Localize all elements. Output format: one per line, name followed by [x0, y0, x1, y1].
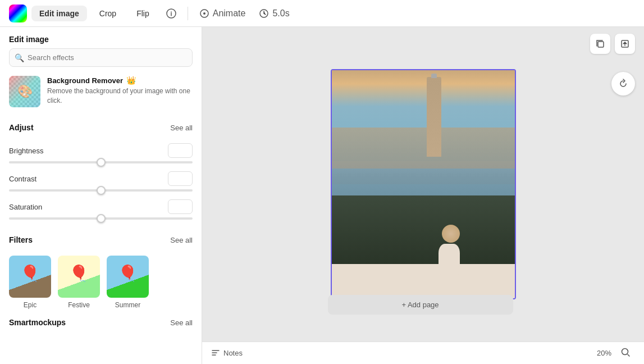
flip-btn[interactable]: Flip [129, 6, 157, 21]
filters-title: Filters [9, 235, 33, 244]
clock-icon [259, 8, 269, 19]
smartmockups-title: Smartmockups [9, 318, 66, 327]
filter-epic-thumb: 🎈 [9, 256, 51, 298]
contrast-input[interactable]: 0 [168, 171, 193, 186]
search-icon: 🔍 [15, 53, 24, 62]
animate-icon [199, 8, 209, 19]
copy-btn[interactable] [590, 34, 610, 54]
brightness-label: Brightness [9, 147, 43, 155]
adjust-controls: Brightness 0 Contrast 0 Saturation [0, 143, 202, 220]
crown-icon: 👑 [126, 76, 136, 85]
bg-remover-icon: 🎨 [9, 76, 40, 107]
saturation-label: Saturation [9, 203, 42, 211]
ground-layer [332, 195, 515, 264]
bg-remover-desc: Remove the background of your image with… [47, 87, 193, 106]
saturation-track [9, 217, 193, 220]
filter-festive[interactable]: 🎈 Festive [58, 256, 100, 309]
saturation-input[interactable]: 0 [168, 199, 193, 214]
saturation-row: Saturation 0 [9, 199, 193, 214]
balloon-icon: 🎈 [20, 264, 40, 283]
left-panel: Edit image 🔍 🎨 Background Remover 👑 Remo… [0, 27, 202, 364]
bg-remover-title: Background Remover 👑 [47, 76, 193, 85]
filters-section: 🎈 Epic 🎈 Festive 🎈 Summer [0, 256, 202, 309]
saturation-thumb[interactable] [97, 214, 106, 223]
rotate-icon [618, 79, 628, 89]
canvas-area: + Add page Notes 20% [202, 27, 644, 364]
filters-row: 🎈 Epic 🎈 Festive 🎈 Summer [9, 256, 193, 309]
export-icon [620, 39, 629, 48]
duration-label: 5.0s [272, 8, 289, 19]
filter-festive-label: Festive [68, 301, 90, 309]
contrast-row: Contrast 0 [9, 171, 193, 186]
person-head [442, 225, 460, 243]
notes-btn[interactable]: Notes [211, 349, 243, 358]
bg-remover-text: Background Remover 👑 Remove the backgrou… [47, 76, 193, 106]
bg-remover-card[interactable]: 🎨 Background Remover 👑 Remove the backgr… [9, 76, 193, 107]
zoom-level: 20% [597, 349, 611, 357]
add-page-btn[interactable]: + Add page [328, 295, 513, 315]
info-btn[interactable] [162, 6, 181, 21]
filter-summer-label: Summer [115, 301, 140, 309]
contrast-label: Contrast [9, 175, 36, 183]
animate-label: Animate [213, 8, 246, 19]
add-page-container: + Add page [328, 295, 519, 315]
animate-btn[interactable]: Animate [195, 6, 250, 21]
contrast-slider[interactable] [9, 189, 193, 192]
zoom-controls: 20% [597, 345, 635, 361]
brightness-input[interactable]: 0 [168, 143, 193, 158]
filter-summer-thumb: 🎈 [107, 256, 149, 298]
zoom-out-btn[interactable] [616, 345, 635, 361]
svg-rect-4 [598, 42, 604, 47]
adjust-section-header: Adjust See all [0, 119, 202, 136]
bottom-bar: Notes 20% [202, 342, 644, 364]
search-container: 🔍 [9, 48, 193, 67]
saturation-slider[interactable] [9, 217, 193, 220]
export-btn[interactable] [615, 34, 635, 54]
building-top [431, 74, 437, 78]
canvas-actions [590, 34, 635, 54]
rotate-btn[interactable] [611, 72, 635, 95]
balloon-festive-icon: 🎈 [69, 264, 89, 283]
photo-bg [332, 70, 515, 298]
zoom-icon [620, 347, 631, 357]
contrast-thumb[interactable] [97, 186, 106, 195]
filter-epic-label: Epic [24, 301, 36, 309]
image-frame[interactable] [331, 69, 516, 299]
edit-image-btn[interactable]: Edit image [31, 6, 87, 21]
filters-section-header: Filters See all [0, 231, 202, 249]
filter-epic[interactable]: 🎈 Epic [9, 256, 51, 309]
brightness-thumb[interactable] [97, 158, 106, 167]
smartmockups-header: Smartmockups See all [0, 309, 202, 327]
filter-summer[interactable]: 🎈 Summer [107, 256, 149, 309]
notes-label: Notes [223, 349, 243, 357]
brightness-track [9, 161, 193, 163]
brightness-slider[interactable] [9, 161, 193, 163]
copy-icon [596, 39, 605, 48]
adjust-title: Adjust [9, 123, 34, 132]
smartmockups-see-all[interactable]: See all [170, 319, 193, 327]
person-body [439, 244, 460, 275]
search-input[interactable] [9, 48, 193, 67]
notes-icon [211, 349, 220, 358]
panel-title: Edit image [0, 27, 202, 48]
svg-point-6 [622, 349, 628, 355]
crop-btn[interactable]: Crop [92, 6, 124, 21]
person [439, 225, 463, 275]
filter-festive-thumb: 🎈 [58, 256, 100, 298]
tall-building [427, 77, 441, 157]
canva-logo [9, 4, 27, 22]
contrast-track [9, 189, 193, 192]
balloon-summer-icon: 🎈 [118, 264, 138, 283]
filters-see-all[interactable]: See all [170, 236, 193, 244]
main-content: Edit image 🔍 🎨 Background Remover 👑 Remo… [0, 27, 644, 364]
divider [188, 7, 188, 20]
info-icon [166, 8, 176, 19]
adjust-see-all[interactable]: See all [170, 124, 193, 132]
svg-point-2 [203, 12, 205, 15]
toolbar: Edit image Crop Flip Animate 5.0s [0, 0, 644, 27]
duration-btn[interactable]: 5.0s [254, 6, 294, 21]
brightness-row: Brightness 0 [9, 143, 193, 158]
canvas-main: + Add page [202, 27, 644, 342]
